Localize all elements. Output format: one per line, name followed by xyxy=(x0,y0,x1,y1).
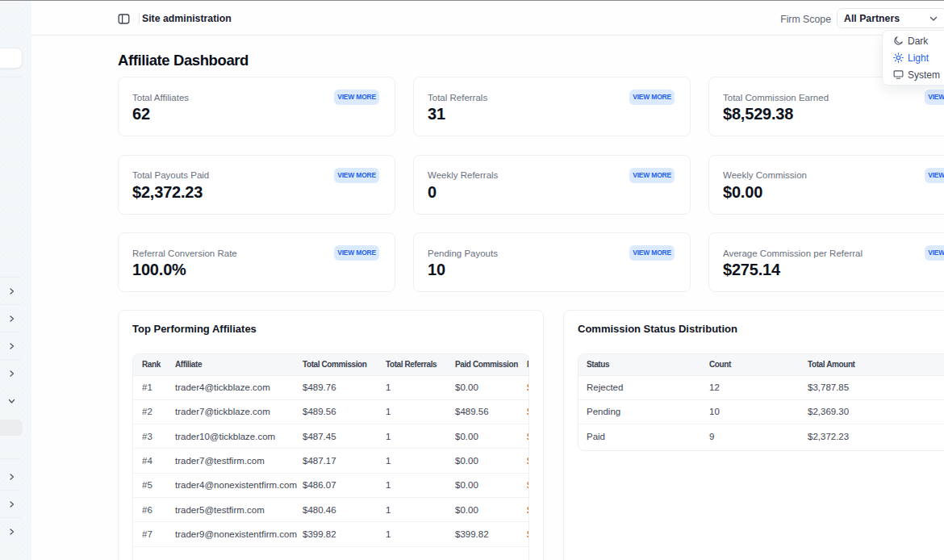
stat-value: $0.00 xyxy=(723,184,944,201)
sidebar-item-3[interactable] xyxy=(0,337,31,355)
view-more-button[interactable]: VIEW MORE xyxy=(925,90,944,105)
table-cell: trader4@nonexistentfirm.com xyxy=(166,473,294,497)
theme-menu-label: Dark xyxy=(908,36,928,47)
sidebar-item-2[interactable] xyxy=(0,310,31,328)
chevron-right-icon xyxy=(8,500,15,508)
table-cell: $487.45 xyxy=(518,424,529,449)
sidebar-divider xyxy=(0,332,21,332)
table-cell: $0.00 xyxy=(446,424,518,449)
table-cell: $487.17 xyxy=(518,449,529,473)
stat-label: Referral Conversion Rate xyxy=(132,249,237,258)
stat-value: 62 xyxy=(132,106,379,123)
stat-value: $2,372.23 xyxy=(132,184,379,201)
stat-label: Weekly Commission xyxy=(723,170,807,180)
table-cell: $487.17 xyxy=(294,449,377,473)
table-cell: #2 xyxy=(133,399,166,424)
sidebar-toggle-button[interactable] xyxy=(116,11,131,26)
stat-card-total-commission-earned: Total Commission EarnedVIEW MORE $8,529.… xyxy=(708,77,944,136)
top-affiliates-card: Top Performing Affiliates RankAffiliateT… xyxy=(118,310,544,560)
sidebar-item-8[interactable] xyxy=(0,523,31,541)
table-cell: $399.82 xyxy=(446,522,518,546)
table-row: #6trader5@testfirm.com$480.461$0.00$480.… xyxy=(133,497,529,521)
status-distribution-table: StatusCountTotal AmountRejected12$3,787.… xyxy=(578,353,944,451)
table-cell: trader9@nonexistentfirm.com xyxy=(166,522,294,546)
status-distribution-title: Commission Status Distribution xyxy=(578,323,944,335)
table-cell: #6 xyxy=(133,497,166,521)
table-cell: $3,787.85 xyxy=(800,375,944,399)
table-cell xyxy=(133,546,166,560)
table-cell xyxy=(446,546,518,560)
table-cell: $2,369.30 xyxy=(800,399,944,424)
column-header: Total Commission xyxy=(294,354,377,375)
stat-card-total-affiliates: Total AffiliatesVIEW MORE 62 xyxy=(118,77,395,136)
theme-menu-item-dark[interactable]: Dark xyxy=(883,32,944,49)
stat-value: 100.0% xyxy=(132,261,379,278)
view-more-button[interactable]: VIEW MORE xyxy=(925,245,944,261)
stat-label: Average Commission per Referral xyxy=(723,249,863,258)
chevron-down-icon xyxy=(8,397,15,404)
table-cell: $480.46 xyxy=(518,497,529,521)
view-more-button[interactable]: VIEW MORE xyxy=(334,90,379,105)
table-cell: trader5@testfirm.com xyxy=(166,497,294,521)
theme-menu-label: System xyxy=(908,69,940,81)
table-cell: 1 xyxy=(377,375,446,399)
sidebar-logo-card[interactable] xyxy=(0,48,23,69)
table-cell: $0.00 xyxy=(446,473,518,497)
sidebar-item-5-expanded[interactable] xyxy=(0,392,31,410)
table-row: #1trader4@tickblaze.com$489.761$0.00$489… xyxy=(133,375,529,399)
stat-value: $275.14 xyxy=(723,261,944,278)
firm-scope-select[interactable]: All Partners xyxy=(837,8,944,28)
stat-label: Total Payouts Paid xyxy=(132,170,209,180)
column-header: Rank xyxy=(133,354,166,375)
chevron-right-icon xyxy=(8,528,15,535)
sidebar-divider xyxy=(0,490,21,491)
view-more-button[interactable]: VIEW MORE xyxy=(334,168,379,183)
theme-menu-item-system[interactable]: System xyxy=(883,66,944,83)
firm-scope-label: Firm Scope xyxy=(780,14,831,25)
table-cell: $0.00 xyxy=(446,375,518,399)
table-row xyxy=(133,546,529,560)
column-header: Status xyxy=(579,354,701,375)
table-cell: $480.46 xyxy=(294,497,377,521)
stat-value: 0 xyxy=(428,184,675,201)
tables-grid: Top Performing Affiliates RankAffiliateT… xyxy=(118,310,944,560)
view-more-button[interactable]: VIEW MORE xyxy=(334,245,379,261)
view-more-button[interactable]: VIEW MORE xyxy=(629,168,675,183)
table-row: Paid9$2,372.23 xyxy=(579,424,944,449)
sidebar-item-4[interactable] xyxy=(0,365,31,382)
stats-grid: Total AffiliatesVIEW MORE 62 Total Refer… xyxy=(118,77,944,292)
table-cell: Rejected xyxy=(579,375,701,399)
stat-value: 10 xyxy=(428,261,675,278)
sidebar-item-6[interactable] xyxy=(0,468,31,486)
table-row: #7trader9@nonexistentfirm.com$399.821$39… xyxy=(133,522,529,546)
table-cell: 9 xyxy=(701,424,800,449)
theme-menu-item-light[interactable]: Light xyxy=(883,49,944,66)
table-cell: $487.45 xyxy=(294,424,377,449)
stat-label: Pending Payouts xyxy=(428,249,498,258)
table-cell: 12 xyxy=(701,375,800,399)
sidebar-item-7[interactable] xyxy=(0,495,31,513)
sidebar-divider xyxy=(0,458,21,459)
table-cell xyxy=(294,546,377,560)
sidebar-active-item[interactable] xyxy=(0,420,23,436)
column-header: Affiliate xyxy=(166,354,294,375)
column-header: Pending Commission xyxy=(518,354,529,375)
table-cell: $0.00 xyxy=(518,399,529,424)
view-more-button[interactable]: VIEW MORE xyxy=(925,168,944,183)
table-cell: 1 xyxy=(377,424,446,449)
table-cell: $2,372.23 xyxy=(800,424,944,449)
stat-label: Total Affiliates xyxy=(132,93,189,102)
status-distribution-card: Commission Status Distribution StatusCou… xyxy=(563,310,944,560)
table-cell xyxy=(518,546,529,560)
sun-icon xyxy=(893,52,904,63)
topbar-divider xyxy=(139,13,140,23)
main-content: Affiliate Dashboard Total AffiliatesVIEW… xyxy=(31,36,944,560)
sidebar-item-1[interactable] xyxy=(0,282,31,300)
column-header: Count xyxy=(701,354,800,375)
view-more-button[interactable]: VIEW MORE xyxy=(629,245,675,261)
sidebar-divider xyxy=(0,77,21,77)
column-header: Total Referrals xyxy=(377,354,446,375)
site-administration-title: Site administration xyxy=(142,13,232,24)
table-cell: #7 xyxy=(133,522,166,546)
view-more-button[interactable]: VIEW MORE xyxy=(629,90,675,105)
